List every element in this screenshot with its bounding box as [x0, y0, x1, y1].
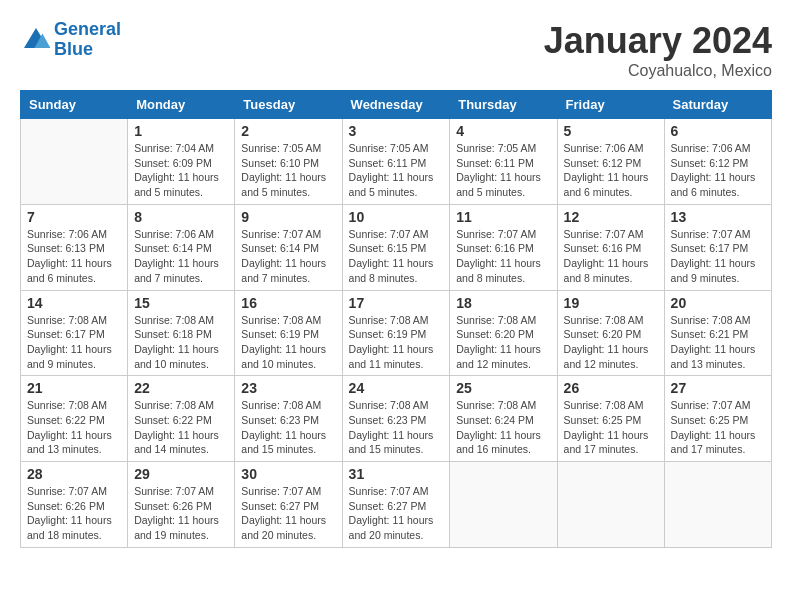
day-number: 28 [27, 466, 121, 482]
weekday-header-sunday: Sunday [21, 91, 128, 119]
day-number: 21 [27, 380, 121, 396]
calendar-cell: 29Sunrise: 7:07 AM Sunset: 6:26 PM Dayli… [128, 462, 235, 548]
day-number: 14 [27, 295, 121, 311]
day-info: Sunrise: 7:08 AM Sunset: 6:21 PM Dayligh… [671, 313, 765, 372]
day-number: 25 [456, 380, 550, 396]
weekday-header-thursday: Thursday [450, 91, 557, 119]
day-number: 29 [134, 466, 228, 482]
logo-icon [20, 24, 52, 56]
day-number: 11 [456, 209, 550, 225]
calendar-cell: 1Sunrise: 7:04 AM Sunset: 6:09 PM Daylig… [128, 119, 235, 205]
weekday-header-wednesday: Wednesday [342, 91, 450, 119]
day-number: 15 [134, 295, 228, 311]
calendar-cell: 21Sunrise: 7:08 AM Sunset: 6:22 PM Dayli… [21, 376, 128, 462]
weekday-header-tuesday: Tuesday [235, 91, 342, 119]
calendar-cell: 2Sunrise: 7:05 AM Sunset: 6:10 PM Daylig… [235, 119, 342, 205]
calendar-cell [21, 119, 128, 205]
logo: General Blue [20, 20, 121, 60]
weekday-header-saturday: Saturday [664, 91, 771, 119]
day-info: Sunrise: 7:07 AM Sunset: 6:25 PM Dayligh… [671, 398, 765, 457]
calendar-cell: 24Sunrise: 7:08 AM Sunset: 6:23 PM Dayli… [342, 376, 450, 462]
calendar-cell: 5Sunrise: 7:06 AM Sunset: 6:12 PM Daylig… [557, 119, 664, 205]
day-info: Sunrise: 7:08 AM Sunset: 6:24 PM Dayligh… [456, 398, 550, 457]
calendar-cell: 14Sunrise: 7:08 AM Sunset: 6:17 PM Dayli… [21, 290, 128, 376]
calendar-cell: 15Sunrise: 7:08 AM Sunset: 6:18 PM Dayli… [128, 290, 235, 376]
day-number: 19 [564, 295, 658, 311]
calendar-cell: 10Sunrise: 7:07 AM Sunset: 6:15 PM Dayli… [342, 204, 450, 290]
day-info: Sunrise: 7:07 AM Sunset: 6:17 PM Dayligh… [671, 227, 765, 286]
weekday-header-row: SundayMondayTuesdayWednesdayThursdayFrid… [21, 91, 772, 119]
calendar-cell: 17Sunrise: 7:08 AM Sunset: 6:19 PM Dayli… [342, 290, 450, 376]
day-info: Sunrise: 7:08 AM Sunset: 6:17 PM Dayligh… [27, 313, 121, 372]
day-info: Sunrise: 7:08 AM Sunset: 6:25 PM Dayligh… [564, 398, 658, 457]
day-info: Sunrise: 7:07 AM Sunset: 6:27 PM Dayligh… [349, 484, 444, 543]
calendar-cell: 16Sunrise: 7:08 AM Sunset: 6:19 PM Dayli… [235, 290, 342, 376]
day-info: Sunrise: 7:06 AM Sunset: 6:13 PM Dayligh… [27, 227, 121, 286]
calendar-cell: 6Sunrise: 7:06 AM Sunset: 6:12 PM Daylig… [664, 119, 771, 205]
day-info: Sunrise: 7:08 AM Sunset: 6:19 PM Dayligh… [241, 313, 335, 372]
day-info: Sunrise: 7:07 AM Sunset: 6:14 PM Dayligh… [241, 227, 335, 286]
day-info: Sunrise: 7:05 AM Sunset: 6:11 PM Dayligh… [349, 141, 444, 200]
month-title: January 2024 [544, 20, 772, 62]
calendar-cell: 31Sunrise: 7:07 AM Sunset: 6:27 PM Dayli… [342, 462, 450, 548]
week-row-3: 14Sunrise: 7:08 AM Sunset: 6:17 PM Dayli… [21, 290, 772, 376]
day-info: Sunrise: 7:08 AM Sunset: 6:23 PM Dayligh… [241, 398, 335, 457]
day-number: 27 [671, 380, 765, 396]
day-info: Sunrise: 7:07 AM Sunset: 6:16 PM Dayligh… [564, 227, 658, 286]
day-number: 31 [349, 466, 444, 482]
day-number: 1 [134, 123, 228, 139]
weekday-header-friday: Friday [557, 91, 664, 119]
day-number: 7 [27, 209, 121, 225]
day-number: 22 [134, 380, 228, 396]
day-number: 10 [349, 209, 444, 225]
day-number: 20 [671, 295, 765, 311]
day-number: 17 [349, 295, 444, 311]
week-row-2: 7Sunrise: 7:06 AM Sunset: 6:13 PM Daylig… [21, 204, 772, 290]
calendar-cell: 8Sunrise: 7:06 AM Sunset: 6:14 PM Daylig… [128, 204, 235, 290]
calendar-cell: 11Sunrise: 7:07 AM Sunset: 6:16 PM Dayli… [450, 204, 557, 290]
calendar-cell: 23Sunrise: 7:08 AM Sunset: 6:23 PM Dayli… [235, 376, 342, 462]
calendar-cell: 13Sunrise: 7:07 AM Sunset: 6:17 PM Dayli… [664, 204, 771, 290]
day-number: 9 [241, 209, 335, 225]
day-info: Sunrise: 7:08 AM Sunset: 6:23 PM Dayligh… [349, 398, 444, 457]
day-info: Sunrise: 7:08 AM Sunset: 6:20 PM Dayligh… [564, 313, 658, 372]
weekday-header-monday: Monday [128, 91, 235, 119]
day-info: Sunrise: 7:06 AM Sunset: 6:14 PM Dayligh… [134, 227, 228, 286]
day-info: Sunrise: 7:06 AM Sunset: 6:12 PM Dayligh… [564, 141, 658, 200]
day-info: Sunrise: 7:07 AM Sunset: 6:15 PM Dayligh… [349, 227, 444, 286]
day-info: Sunrise: 7:07 AM Sunset: 6:16 PM Dayligh… [456, 227, 550, 286]
day-number: 8 [134, 209, 228, 225]
day-info: Sunrise: 7:07 AM Sunset: 6:26 PM Dayligh… [27, 484, 121, 543]
day-number: 13 [671, 209, 765, 225]
calendar-cell: 12Sunrise: 7:07 AM Sunset: 6:16 PM Dayli… [557, 204, 664, 290]
day-number: 5 [564, 123, 658, 139]
day-info: Sunrise: 7:05 AM Sunset: 6:11 PM Dayligh… [456, 141, 550, 200]
day-number: 18 [456, 295, 550, 311]
day-info: Sunrise: 7:08 AM Sunset: 6:22 PM Dayligh… [134, 398, 228, 457]
day-info: Sunrise: 7:07 AM Sunset: 6:26 PM Dayligh… [134, 484, 228, 543]
day-number: 24 [349, 380, 444, 396]
calendar-cell: 26Sunrise: 7:08 AM Sunset: 6:25 PM Dayli… [557, 376, 664, 462]
calendar-cell: 19Sunrise: 7:08 AM Sunset: 6:20 PM Dayli… [557, 290, 664, 376]
calendar-cell: 18Sunrise: 7:08 AM Sunset: 6:20 PM Dayli… [450, 290, 557, 376]
day-info: Sunrise: 7:06 AM Sunset: 6:12 PM Dayligh… [671, 141, 765, 200]
calendar-cell: 22Sunrise: 7:08 AM Sunset: 6:22 PM Dayli… [128, 376, 235, 462]
day-number: 16 [241, 295, 335, 311]
week-row-1: 1Sunrise: 7:04 AM Sunset: 6:09 PM Daylig… [21, 119, 772, 205]
day-info: Sunrise: 7:08 AM Sunset: 6:22 PM Dayligh… [27, 398, 121, 457]
week-row-5: 28Sunrise: 7:07 AM Sunset: 6:26 PM Dayli… [21, 462, 772, 548]
calendar-cell: 9Sunrise: 7:07 AM Sunset: 6:14 PM Daylig… [235, 204, 342, 290]
calendar-cell [557, 462, 664, 548]
calendar-cell: 3Sunrise: 7:05 AM Sunset: 6:11 PM Daylig… [342, 119, 450, 205]
calendar-cell: 28Sunrise: 7:07 AM Sunset: 6:26 PM Dayli… [21, 462, 128, 548]
day-info: Sunrise: 7:08 AM Sunset: 6:19 PM Dayligh… [349, 313, 444, 372]
calendar-cell: 25Sunrise: 7:08 AM Sunset: 6:24 PM Dayli… [450, 376, 557, 462]
day-number: 2 [241, 123, 335, 139]
logo-text: General Blue [54, 20, 121, 60]
day-number: 6 [671, 123, 765, 139]
day-number: 26 [564, 380, 658, 396]
calendar-cell: 27Sunrise: 7:07 AM Sunset: 6:25 PM Dayli… [664, 376, 771, 462]
calendar-table: SundayMondayTuesdayWednesdayThursdayFrid… [20, 90, 772, 548]
calendar-cell: 20Sunrise: 7:08 AM Sunset: 6:21 PM Dayli… [664, 290, 771, 376]
calendar-cell: 4Sunrise: 7:05 AM Sunset: 6:11 PM Daylig… [450, 119, 557, 205]
